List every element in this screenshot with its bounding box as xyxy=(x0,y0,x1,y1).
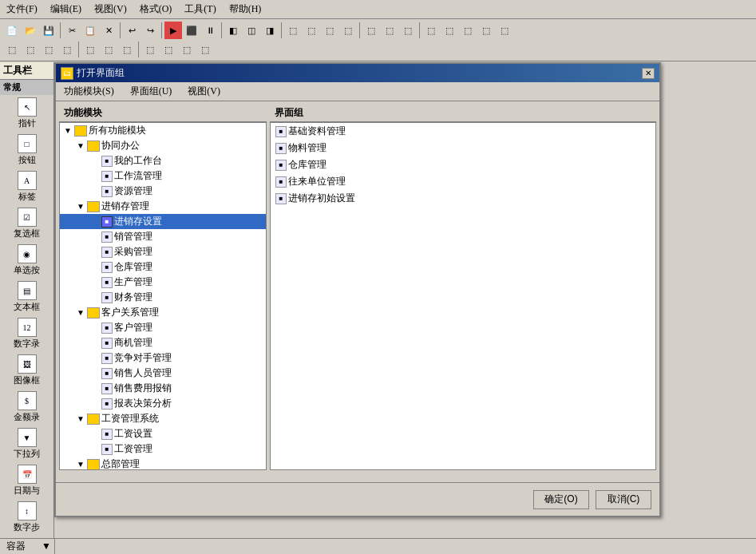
left-item-radio[interactable]: ◉ 单选按 xyxy=(0,242,53,279)
tree-node-salesperson[interactable]: ▸ ■ 销售人员管理 xyxy=(60,366,266,381)
tb-b7[interactable]: ⬚ xyxy=(399,22,417,39)
tree-node-salary[interactable]: ▼ 工资管理系统 xyxy=(60,411,266,426)
tb-new[interactable]: 📄 xyxy=(3,22,21,39)
tb-save[interactable]: 💾 xyxy=(40,22,57,39)
tree-node-expense[interactable]: ▸ ■ 销售费用报销 xyxy=(60,381,266,396)
tb-b9[interactable]: ⬚ xyxy=(441,22,458,39)
dialog-menu-uigroup[interactable]: 界面组(U) xyxy=(127,84,176,99)
dialog-cancel-button[interactable]: 取消(C) xyxy=(596,490,651,509)
tb-b6[interactable]: ⬚ xyxy=(381,22,398,39)
menu-edit[interactable]: 编辑(E) xyxy=(47,2,85,17)
tree-node-resource[interactable]: ▸ ■ 资源管理 xyxy=(60,184,266,199)
tb-align-right[interactable]: ◨ xyxy=(261,22,279,39)
tb-b2[interactable]: ⬚ xyxy=(303,22,320,39)
left-item-spinner[interactable]: ↕ 数字步 xyxy=(0,499,53,536)
left-item-button[interactable]: □ 按钮 xyxy=(0,132,53,168)
expand-crm[interactable]: ▼ xyxy=(74,307,87,319)
tb-b12[interactable]: ⬚ xyxy=(496,22,513,39)
file-competitor-icon: ■ xyxy=(101,353,113,364)
tb-undo[interactable]: ↩ xyxy=(123,22,141,39)
right-item-warehouse[interactable]: ■ 仓库管理 xyxy=(271,156,655,173)
tb-open[interactable]: 📂 xyxy=(22,22,39,39)
tree-node-salesmgr[interactable]: ▸ ■ 销管管理 xyxy=(60,229,266,244)
right-item-basedata[interactable]: ■ 基础资料管理 xyxy=(271,123,655,140)
expand-all[interactable]: ▼ xyxy=(61,125,74,137)
dialog-menu-module[interactable]: 功能模块(S) xyxy=(61,84,117,99)
statusbar-dropdown-arrow[interactable]: ▼ xyxy=(42,540,51,552)
tree-node-workflow[interactable]: ▸ ■ 工作流管理 xyxy=(60,168,266,184)
expand-salary[interactable]: ▼ xyxy=(74,413,87,425)
tree-node-warehouse[interactable]: ▸ ■ 仓库管理 xyxy=(60,259,266,275)
tb2-b5[interactable]: ⬚ xyxy=(81,41,99,58)
tb2-b8[interactable]: ⬚ xyxy=(141,41,159,58)
tree-node-inv-setup[interactable]: ▸ ■ 进销存设置 xyxy=(60,214,266,229)
tb-b8[interactable]: ⬚ xyxy=(422,22,440,39)
tb2-b3[interactable]: ⬚ xyxy=(40,41,57,58)
tb-align-left[interactable]: ◧ xyxy=(224,22,242,39)
tb-delete[interactable]: ✕ xyxy=(100,22,117,39)
tree-node-collab[interactable]: ▼ 协同办公 xyxy=(60,138,266,153)
left-item-numentry[interactable]: 12 数字录 xyxy=(0,315,53,352)
tb-b5[interactable]: ⬚ xyxy=(362,22,380,39)
menu-help[interactable]: 帮助(H) xyxy=(226,2,265,17)
tb-b11[interactable]: ⬚ xyxy=(477,22,495,39)
tb-align-center[interactable]: ◫ xyxy=(243,22,260,39)
tb-b10[interactable]: ⬚ xyxy=(459,22,477,39)
tree-node-production[interactable]: ▸ ■ 生产管理 xyxy=(60,275,266,290)
tb-redo[interactable]: ↪ xyxy=(141,22,159,39)
tb2-b6[interactable]: ⬚ xyxy=(100,41,117,58)
dialog-ok-button[interactable]: 确定(O) xyxy=(533,490,589,509)
dialog-close-button[interactable]: ✕ xyxy=(642,68,655,79)
expand-collab[interactable]: ▼ xyxy=(74,140,87,152)
menu-view[interactable]: 视图(V) xyxy=(91,2,130,17)
menu-tools[interactable]: 工具(T) xyxy=(181,2,219,17)
tb2-b1[interactable]: ⬚ xyxy=(3,41,21,58)
tb2-b10[interactable]: ⬚ xyxy=(178,41,196,58)
tb2-b9[interactable]: ⬚ xyxy=(160,41,177,58)
tb-b3[interactable]: ⬚ xyxy=(321,22,338,39)
tree-node-inventory[interactable]: ▼ 进销存管理 xyxy=(60,199,266,214)
tree-node-purchase[interactable]: ▸ ■ 采购管理 xyxy=(60,244,266,259)
tree-node-hq[interactable]: ▼ 总部管理 xyxy=(60,457,266,469)
tree-node-crm[interactable]: ▼ 客户关系管理 xyxy=(60,305,266,320)
expand-hq[interactable]: ▼ xyxy=(74,458,87,470)
left-section-regular[interactable]: 常规 xyxy=(0,80,53,95)
imagebox-icon: 🖼 xyxy=(18,354,37,374)
menu-format[interactable]: 格式(O) xyxy=(137,2,176,17)
tb2-b4[interactable]: ⬚ xyxy=(58,41,76,58)
right-item-material[interactable]: ■ 物料管理 xyxy=(271,140,655,156)
tree-node-report[interactable]: ▸ ■ 报表决策分析 xyxy=(60,396,266,411)
tb2-b11[interactable]: ⬚ xyxy=(196,41,214,58)
left-item-dropdown[interactable]: ▼ 下拉列 xyxy=(0,425,53,462)
tb-cut[interactable]: ✂ xyxy=(63,22,81,39)
left-item-textbox[interactable]: ▤ 文本框 xyxy=(0,279,53,315)
tb2-b2[interactable]: ⬚ xyxy=(22,41,39,58)
dialog-menu-view[interactable]: 视图(V) xyxy=(184,84,224,99)
tb-stop[interactable]: ⬛ xyxy=(183,22,200,39)
tb-b4[interactable]: ⬚ xyxy=(339,22,357,39)
left-item-date[interactable]: 📅 日期与 xyxy=(0,462,53,499)
right-item-partner[interactable]: ■ 往来单位管理 xyxy=(271,173,655,190)
tree-node-workbench[interactable]: ▸ ■ 我的工作台 xyxy=(60,153,266,168)
tree-node-competitor[interactable]: ▸ ■ 竞争对手管理 xyxy=(60,350,266,366)
tb-sep-5 xyxy=(281,22,282,38)
expand-inventory[interactable]: ▼ xyxy=(74,200,87,213)
left-item-imagebox[interactable]: 🖼 图像框 xyxy=(0,352,53,389)
tree-node-salarysetup[interactable]: ▸ ■ 工资设置 xyxy=(60,426,266,441)
right-item-invsetup[interactable]: ■ 进销存初始设置 xyxy=(271,190,655,207)
tb-b1[interactable]: ⬚ xyxy=(284,22,302,39)
tb-pause[interactable]: ⏸ xyxy=(201,22,219,39)
tree-node-custmgr[interactable]: ▸ ■ 客户管理 xyxy=(60,320,266,335)
tree-node-oppmgr[interactable]: ▸ ■ 商机管理 xyxy=(60,335,266,350)
tree-node-finance[interactable]: ▸ ■ 财务管理 xyxy=(60,290,266,305)
left-item-label[interactable]: A 标签 xyxy=(0,168,53,205)
tree-node-all[interactable]: ▼ 所有功能模块 xyxy=(60,123,266,138)
left-item-money[interactable]: $ 金额录 xyxy=(0,389,53,425)
tb-run[interactable]: ▶ xyxy=(164,22,182,39)
tb-copy[interactable]: 📋 xyxy=(81,22,99,39)
tb2-b7[interactable]: ⬚ xyxy=(118,41,136,58)
menu-file[interactable]: 文件(F) xyxy=(3,2,41,17)
left-item-checkbox[interactable]: ☑ 复选框 xyxy=(0,205,53,242)
tree-node-salarymgr[interactable]: ▸ ■ 工资管理 xyxy=(60,441,266,457)
left-item-pointer[interactable]: ↖ 指针 xyxy=(0,95,53,132)
